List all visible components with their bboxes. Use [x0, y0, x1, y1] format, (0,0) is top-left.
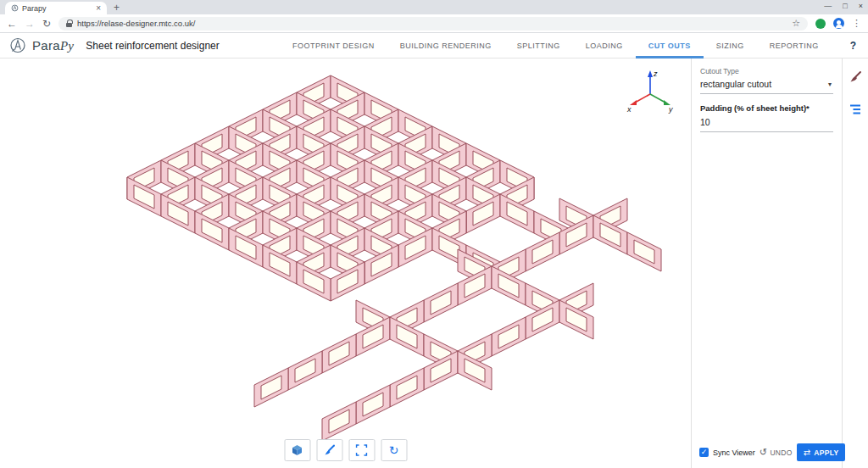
side-rail	[842, 58, 868, 468]
cutout-type-select[interactable]: rectangular cutout ▾	[700, 75, 833, 94]
brand: ParaPy	[8, 36, 74, 55]
address-bar[interactable]: https://relase-designer.mtc.co.uk/ ☆	[58, 17, 808, 31]
appearance-button[interactable]	[849, 70, 862, 87]
lock-icon	[66, 23, 72, 27]
viewer-canvas[interactable]: z x y	[0, 58, 691, 468]
paint-button[interactable]	[316, 439, 342, 461]
back-icon[interactable]: ←	[7, 19, 17, 29]
padding-input[interactable]	[700, 113, 833, 132]
shaded-view-button[interactable]	[284, 439, 310, 461]
cutout-type-label: Cutout Type	[700, 67, 833, 75]
chevron-down-icon: ▾	[828, 81, 832, 88]
url-text[interactable]: https://relase-designer.mtc.co.uk/	[77, 19, 787, 28]
window-close-button[interactable]: ×	[859, 2, 863, 10]
refresh-icon: ↻	[389, 443, 399, 457]
axis-y-label: y	[668, 105, 673, 114]
help-button[interactable]: ?	[850, 40, 856, 52]
options-panel: Cutout Type rectangular cutout ▾ Padding…	[691, 58, 842, 468]
brush-icon	[324, 444, 336, 456]
browser-tab[interactable]: Parapy ×	[5, 2, 107, 14]
tab-building-rendering[interactable]: BUILDING RENDERING	[387, 33, 504, 58]
tab-cut-outs[interactable]: CUT OUTS	[636, 33, 704, 58]
tab-title: Parapy	[22, 4, 92, 13]
parapy-logo-icon	[8, 36, 27, 55]
window-controls: — □ ×	[824, 2, 863, 10]
properties-tree-button[interactable]	[849, 103, 862, 120]
brand-name: ParaPy	[32, 38, 74, 53]
reload-icon[interactable]: ↻	[42, 19, 51, 29]
workflow-tabs: FOOTPRINT DESIGN BUILDING RENDERING SPLI…	[280, 33, 832, 58]
undo-label: UNDO	[770, 448, 792, 457]
tree-list-icon	[849, 103, 862, 116]
tab-loading[interactable]: LOADING	[573, 33, 636, 58]
app-header: ParaPy Sheet reinforcement designer FOOT…	[0, 33, 868, 58]
browser-menu-icon[interactable]: ⋮	[852, 18, 861, 29]
bookmark-star-icon[interactable]: ☆	[792, 18, 800, 29]
undo-button[interactable]: ↺ UNDO	[760, 447, 793, 458]
fit-view-button[interactable]	[348, 439, 375, 461]
browser-tabstrip: Parapy × + — □ ×	[0, 0, 868, 14]
axis-x-label: x	[626, 105, 632, 114]
tab-sizing[interactable]: SIZING	[704, 33, 757, 58]
sync-viewer-checkbox[interactable]: ✓	[699, 448, 709, 457]
sync-viewer-label: Sync Viewer	[713, 448, 755, 457]
minimize-button[interactable]: —	[824, 2, 832, 10]
padding-label: Padding (% of sheet height)*	[700, 103, 833, 113]
apply-arrows-icon: ⇄	[804, 448, 811, 457]
tab-splitting[interactable]: SPLITTING	[504, 33, 573, 58]
profile-avatar[interactable]	[833, 18, 844, 29]
maximize-button[interactable]: □	[843, 2, 847, 10]
forward-icon[interactable]: →	[25, 19, 35, 29]
cube-icon	[292, 444, 303, 456]
fit-screen-icon	[356, 444, 368, 456]
sheet-lattice-model[interactable]	[0, 58, 691, 468]
page-title: Sheet reinforcement designer	[86, 40, 219, 52]
apply-label: APPLY	[814, 448, 838, 457]
browser-toolbar: ← → ↻ https://relase-designer.mtc.co.uk/…	[0, 14, 868, 33]
tab-close-icon[interactable]: ×	[96, 3, 101, 13]
axis-triad: z x y	[626, 65, 676, 114]
new-tab-button[interactable]: +	[107, 2, 126, 14]
browser-window: Parapy × + — □ × ← → ↻ https://relase-de…	[0, 0, 868, 468]
tab-footprint-design[interactable]: FOOTPRINT DESIGN	[280, 33, 387, 58]
tab-favicon	[11, 4, 19, 12]
cutout-type-value: rectangular cutout	[700, 79, 771, 89]
options-footer: ✓ Sync Viewer ↺ UNDO ⇄ APPLY	[699, 443, 836, 461]
tab-reporting[interactable]: REPORTING	[757, 33, 832, 58]
undo-icon: ↺	[760, 447, 768, 458]
main-content: z x y	[0, 58, 868, 468]
refresh-view-button[interactable]: ↻	[381, 439, 407, 461]
viewer-toolbar: ↻	[284, 439, 407, 461]
apply-button[interactable]: ⇄ APPLY	[797, 443, 846, 461]
paintbrush-icon	[849, 70, 862, 84]
axis-z-label: z	[653, 70, 658, 78]
extension-icon[interactable]	[815, 19, 826, 29]
